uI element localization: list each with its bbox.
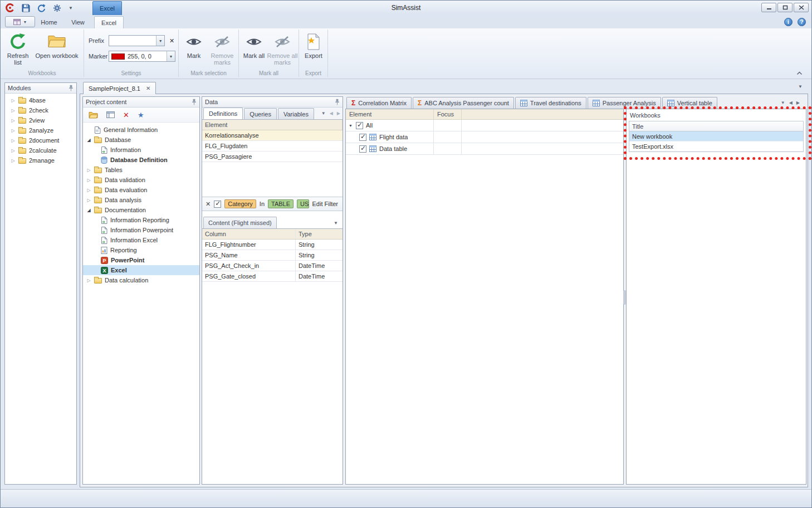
app-menu-button[interactable]: ▼ (5, 16, 35, 27)
tab-travel-destinations[interactable]: Travel destinations (515, 97, 586, 109)
panel-view-icon[interactable] (106, 111, 115, 118)
expander-icon[interactable]: ▷ (11, 138, 16, 143)
pin-icon[interactable] (192, 99, 197, 105)
workbooks-column-header[interactable]: Title (629, 121, 803, 131)
module-item-2manage[interactable]: ▷2manage (5, 155, 76, 165)
tree-item-information[interactable]: Information (83, 145, 199, 155)
favorite-star-icon[interactable]: ★ (138, 111, 144, 119)
open-folder-icon[interactable] (89, 111, 98, 119)
focus-cell[interactable] (434, 143, 462, 154)
filter-enabled-checkbox[interactable] (214, 201, 221, 208)
expander-icon[interactable]: ▷ (11, 108, 16, 113)
remove-marks-button[interactable]: Remove marks (208, 32, 237, 66)
tree-item-data-analysis[interactable]: ▷Data analysis (83, 195, 199, 205)
expander-icon[interactable]: ▷ (11, 98, 16, 103)
module-item-2document[interactable]: ▷2document (5, 135, 76, 145)
expander-icon[interactable]: ▷ (86, 188, 91, 193)
expander-icon[interactable]: ▷ (11, 158, 16, 163)
close-tab-icon[interactable]: ✕ (146, 85, 150, 91)
delete-icon[interactable]: ✕ (123, 111, 129, 119)
prefix-clear-button[interactable]: ✕ (167, 36, 177, 46)
tab-list-dropdown-icon[interactable]: ▼ (321, 111, 326, 116)
ribbon-tab-home[interactable]: Home (36, 16, 62, 28)
tree-item-general-information[interactable]: General Information (83, 125, 199, 135)
tree-item-tables[interactable]: ▷Tables (83, 165, 199, 175)
expander-icon[interactable]: ▷ (11, 128, 16, 133)
tab-list-dropdown-icon[interactable]: ▼ (781, 100, 785, 105)
ribbon-tab-excel[interactable]: Excel (94, 16, 124, 28)
expander-icon[interactable]: ▼ (348, 124, 353, 128)
save-icon[interactable] (21, 3, 31, 13)
filter-field-chip[interactable]: Category (224, 199, 256, 208)
close-button[interactable] (794, 3, 809, 12)
module-item-4base[interactable]: ▷4base (5, 95, 76, 105)
tab-correlation-matrix[interactable]: ΣCorrelation Matrix (346, 97, 412, 109)
content-dropdown-icon[interactable]: ▼ (334, 221, 338, 226)
pin-icon[interactable] (69, 85, 74, 91)
module-item-2calculate[interactable]: ▷2calculate (5, 145, 76, 155)
export-button[interactable]: Export (301, 32, 326, 59)
tree-item-data-calculation[interactable]: ▷Data calculation (83, 275, 199, 285)
app-logo-icon[interactable] (5, 3, 15, 13)
remove-all-marks-button[interactable]: Remove all marks (267, 32, 298, 66)
filter-value-chip[interactable]: US (297, 199, 309, 208)
prefix-dropdown-icon[interactable]: ▼ (156, 36, 164, 46)
tree-item-data-evaluation[interactable]: ▷Data evaluation (83, 185, 199, 195)
tree-item-database-definition[interactable]: Database Definition (83, 155, 199, 165)
tab-variables[interactable]: Variables (278, 108, 314, 119)
focus-cell[interactable] (434, 120, 462, 131)
table-row[interactable]: FLG_FlightnumberString (202, 240, 343, 250)
tree-item-data-validation[interactable]: ▷Data validation (83, 175, 199, 185)
element-column-header[interactable]: Element (346, 109, 434, 119)
tab-definitions[interactable]: Definitions (203, 108, 243, 119)
tree-item-reporting[interactable]: Reporting (83, 245, 199, 255)
focus-column-header[interactable]: Focus (434, 109, 462, 119)
edit-filter-link[interactable]: Edit Filter (312, 201, 338, 207)
expander-icon[interactable]: ▷ (86, 178, 91, 183)
pin-icon[interactable] (335, 99, 340, 105)
tree-item-information-excel[interactable]: Information Excel (83, 235, 199, 245)
prefix-input[interactable] (111, 36, 154, 46)
marker-color-combobox[interactable]: 255, 0, 0 ▼ (109, 51, 175, 62)
scroll-left-icon[interactable]: ◀ (789, 100, 793, 105)
tab-queries[interactable]: Queries (244, 108, 277, 119)
checkbox[interactable] (359, 145, 366, 153)
module-item-2check[interactable]: ▷2check (5, 105, 76, 115)
module-item-2analyze[interactable]: ▷2analyze (5, 125, 76, 135)
type-header[interactable]: Type (296, 229, 343, 239)
scroll-right-icon[interactable]: ▶ (796, 100, 800, 105)
tree-row-all[interactable]: ▼All (346, 120, 623, 131)
qat-dropdown-icon[interactable]: ▼ (67, 3, 74, 13)
marker-dropdown-icon[interactable]: ▼ (167, 51, 175, 61)
expander-icon[interactable]: ▷ (86, 168, 91, 173)
workbook-item-new-workbook[interactable]: New workbook (629, 131, 803, 141)
expander-icon[interactable]: ◢ (86, 208, 91, 213)
tree-item-excel[interactable]: XExcel (83, 265, 199, 275)
table-row[interactable]: PSG_NameString (202, 250, 343, 261)
column-header[interactable]: Column (202, 229, 296, 239)
expander-icon[interactable]: ▷ (11, 148, 16, 153)
table-row[interactable]: PSG_Gate_closedDateTime (202, 271, 343, 282)
ribbon-collapse-icon[interactable] (796, 71, 803, 75)
settings-gear-icon[interactable] (52, 3, 62, 13)
table-row[interactable]: PSG_Act_Check_inDateTime (202, 261, 343, 271)
refresh-list-button[interactable]: Refresh list (4, 32, 32, 66)
maximize-button[interactable] (777, 3, 793, 12)
mark-button[interactable]: Mark (181, 32, 207, 59)
focus-cell[interactable] (434, 131, 462, 143)
element-column-header[interactable]: Element (202, 120, 343, 130)
document-list-dropdown-icon[interactable]: ▼ (798, 84, 803, 89)
tab-abc-analysis-passenger-count[interactable]: ΣABC Analysis Passenger count (413, 97, 514, 109)
prefix-combobox[interactable]: ▼ (109, 35, 165, 46)
tree-item-information-reporting[interactable]: Information Reporting (83, 215, 199, 225)
tree-item-database[interactable]: ◢Database (83, 135, 199, 145)
refresh-icon[interactable] (36, 3, 46, 13)
scroll-right-icon[interactable]: ▶ (337, 111, 340, 116)
workbook-item-testexport[interactable]: TestExport.xlsx (629, 141, 803, 152)
scroll-left-icon[interactable]: ◀ (330, 111, 333, 116)
expander-icon[interactable]: ▷ (86, 278, 91, 283)
element-row[interactable]: Korrelationsanalyse (202, 130, 343, 141)
tree-row-data-table[interactable]: Data table (346, 143, 623, 155)
tree-row-flight-data[interactable]: Flight data (346, 131, 623, 143)
context-tab-header[interactable]: Excel (92, 1, 122, 15)
